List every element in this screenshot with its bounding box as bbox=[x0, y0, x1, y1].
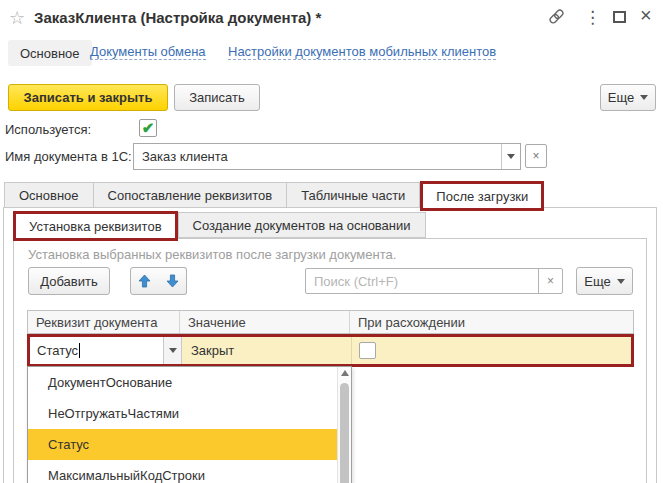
tab-after-load[interactable]: После загрузки bbox=[420, 181, 544, 211]
arrow-up-icon bbox=[138, 274, 151, 288]
dropdown-item[interactable]: МаксимальныйКодСтроки bbox=[28, 460, 351, 483]
doc-name-clear-button[interactable]: × bbox=[525, 144, 547, 168]
doc-name-label: Имя документа в 1С: bbox=[5, 149, 132, 164]
chevron-down-icon bbox=[169, 348, 177, 353]
nav-item-main[interactable]: Основное bbox=[8, 40, 92, 66]
maximize-icon[interactable] bbox=[613, 11, 626, 23]
table-row[interactable]: Статус Закрыт bbox=[27, 334, 634, 367]
dropdown-item-selected[interactable]: Статус bbox=[28, 429, 351, 460]
more-button-top-label: Еще bbox=[608, 90, 634, 105]
tab-tabular-sections[interactable]: Табличные части bbox=[286, 182, 420, 208]
value-cell[interactable]: Закрыт bbox=[182, 337, 352, 364]
add-button[interactable]: Добавить bbox=[28, 267, 110, 295]
used-label: Используется: bbox=[5, 122, 91, 137]
main-tabs: Основное Сопоставление реквизитов Таблич… bbox=[4, 182, 544, 208]
move-up-button[interactable] bbox=[130, 267, 159, 295]
arrow-down-icon bbox=[166, 274, 179, 288]
attribute-dropdown-list: ДокументОснование НеОтгружатьЧастями Ста… bbox=[27, 366, 352, 483]
doc-name-combo[interactable] bbox=[133, 143, 521, 170]
tab-attribute-mapping[interactable]: Сопоставление реквизитов bbox=[93, 182, 287, 208]
doc-name-input[interactable] bbox=[134, 149, 501, 164]
chevron-down-icon bbox=[617, 279, 625, 284]
more-menu-icon[interactable]: ⋮ bbox=[584, 7, 601, 28]
column-header-mismatch[interactable]: При расхождении bbox=[350, 311, 633, 333]
attribute-edit-value: Статус bbox=[30, 343, 78, 358]
more-button-panel-label: Еще bbox=[584, 274, 610, 289]
get-link-icon[interactable] bbox=[548, 8, 565, 25]
document-settings-window: ☆ ЗаказКлиента (Настройка документа) * ⋮… bbox=[0, 0, 663, 483]
chevron-down-icon bbox=[640, 95, 648, 100]
close-icon[interactable]: × bbox=[640, 4, 652, 27]
subtab-create-based-documents[interactable]: Создание документов на основании bbox=[178, 212, 426, 238]
favorite-star-icon[interactable]: ☆ bbox=[9, 7, 25, 29]
sub-tabs: Установка реквизитов Создание документов… bbox=[13, 211, 426, 238]
attribute-edit-cell[interactable]: Статус bbox=[30, 337, 182, 364]
panel-hint-text: Установка выбранных реквизитов после заг… bbox=[28, 247, 396, 262]
mismatch-checkbox[interactable] bbox=[359, 342, 376, 359]
nav-link-mobile-clients-settings[interactable]: Настройки документов мобильных клиентов bbox=[228, 44, 496, 60]
move-down-button[interactable] bbox=[158, 267, 187, 295]
nav-row: Основное Документы обмена Настройки доку… bbox=[0, 40, 663, 66]
table-header: Реквизит документа Значение При расхожде… bbox=[27, 310, 634, 334]
column-header-attribute[interactable]: Реквизит документа bbox=[28, 311, 180, 333]
attribute-dropdown-button[interactable] bbox=[163, 337, 181, 364]
mismatch-cell[interactable] bbox=[352, 337, 631, 364]
scrollbar-thumb[interactable] bbox=[340, 383, 349, 483]
chevron-down-icon bbox=[507, 154, 515, 159]
search-field[interactable]: × bbox=[305, 268, 563, 294]
more-button-panel[interactable]: Еще bbox=[576, 267, 633, 295]
window-title: ЗаказКлиента (Настройка документа) * bbox=[34, 9, 321, 26]
more-button-top[interactable]: Еще bbox=[600, 84, 656, 111]
search-input[interactable] bbox=[306, 269, 538, 293]
nav-link-exchange-documents[interactable]: Документы обмена bbox=[90, 44, 206, 60]
scroll-up-icon[interactable] bbox=[341, 370, 349, 376]
used-checkbox[interactable]: ✔ bbox=[139, 119, 157, 137]
dropdown-scrollbar[interactable] bbox=[337, 367, 351, 483]
dropdown-item[interactable]: НеОтгружатьЧастями bbox=[28, 398, 351, 429]
save-button[interactable]: Записать bbox=[174, 84, 260, 111]
dropdown-item[interactable]: ДокументОснование bbox=[28, 367, 351, 398]
column-header-value[interactable]: Значение bbox=[180, 311, 350, 333]
doc-name-dropdown-button[interactable] bbox=[501, 144, 520, 169]
search-clear-icon[interactable]: × bbox=[538, 269, 562, 293]
text-cursor bbox=[79, 343, 80, 358]
subtab-set-attributes[interactable]: Установка реквизитов bbox=[13, 211, 178, 241]
save-and-close-button[interactable]: Записать и закрыть bbox=[8, 84, 168, 111]
tab-main[interactable]: Основное bbox=[4, 182, 93, 208]
